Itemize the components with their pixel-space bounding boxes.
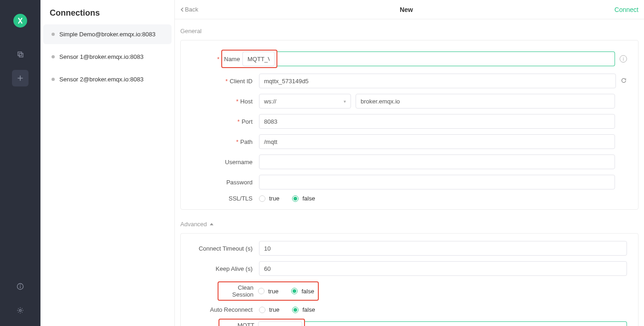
row-connect-timeout: Connect Timeout (s) [192, 241, 627, 256]
row-keep-alive: Keep Alive (s) [192, 261, 627, 276]
svg-point-3 [20, 285, 21, 286]
auto-reconnect-false-radio[interactable]: false [292, 306, 315, 313]
label-port: Port [242, 118, 253, 125]
port-input[interactable] [259, 114, 615, 129]
label-client-id: Client ID [230, 78, 253, 85]
label-keep-alive: Keep Alive (s) [216, 265, 253, 272]
svg-rect-0 [18, 52, 22, 56]
connect-timeout-input[interactable] [259, 241, 627, 256]
name-info-icon[interactable]: i [620, 55, 627, 63]
rail-info-button[interactable] [12, 278, 29, 295]
plus-icon [17, 74, 24, 82]
status-dot-icon [52, 55, 55, 58]
connection-item[interactable]: Sensor 2@broker.emqx.io:8083 [43, 69, 172, 89]
name-input[interactable] [242, 51, 275, 66]
label-path: Path [240, 138, 253, 145]
advanced-panel: Connect Timeout (s) Keep Alive (s) Clean… [180, 233, 638, 326]
name-input-ext[interactable] [277, 51, 615, 66]
host-scheme-value: ws:// [264, 98, 276, 105]
rail-new-button[interactable] [12, 70, 29, 86]
left-rail [0, 0, 40, 326]
refresh-client-id-button[interactable] [621, 77, 627, 85]
label-auto-reconnect: Auto Reconnect [210, 306, 253, 313]
sidebar-title: Connections [40, 0, 174, 24]
connection-label: Sensor 2@broker.emqx.io:8083 [59, 76, 144, 83]
main-panel: Back New Connect General * Name i [175, 0, 644, 326]
status-dot-icon [52, 33, 55, 36]
row-name: * Name i [192, 50, 627, 68]
rail-copy-button[interactable] [12, 46, 29, 63]
row-clean-session: Clean Session true false [192, 281, 627, 301]
refresh-icon [621, 77, 627, 84]
app-root: Connections Simple Demo@broker.emqx.io:8… [0, 0, 644, 326]
back-label: Back [185, 6, 198, 13]
clean-session-true-radio[interactable]: true [258, 288, 278, 295]
row-ssl: SSL/TLS true false [192, 195, 627, 202]
caret-up-icon [210, 223, 213, 225]
row-client-id: *Client ID [192, 74, 627, 88]
row-host: *Host ws:// ▾ [192, 94, 627, 109]
chevron-down-icon: ▾ [344, 99, 346, 104]
host-name-input[interactable] [356, 94, 615, 109]
form-area: General * Name i *Client ID [175, 19, 644, 326]
label-username: Username [225, 159, 253, 166]
keep-alive-input[interactable] [259, 261, 627, 276]
mqtt-version-select-ext[interactable]: ▾ [305, 321, 627, 326]
connection-label: Simple Demo@broker.emqx.io:8083 [59, 31, 155, 38]
label-name: Name [224, 56, 242, 63]
page-title: New [198, 6, 615, 13]
rail-settings-button[interactable] [12, 302, 29, 319]
svg-rect-1 [19, 53, 23, 57]
back-button[interactable]: Back [180, 6, 198, 13]
connections-sidebar: Connections Simple Demo@broker.emqx.io:8… [40, 0, 175, 326]
chevron-left-icon [180, 7, 184, 12]
section-general-title: General [180, 28, 638, 34]
label-password: Password [226, 179, 253, 186]
mqtt-version-select[interactable]: 3.1.1 [258, 321, 302, 326]
label-connect-timeout: Connect Timeout (s) [199, 245, 253, 252]
svg-point-4 [19, 309, 21, 311]
topbar: Back New Connect [175, 0, 644, 19]
connection-label: Sensor 1@broker.emqx.io:8083 [59, 53, 144, 60]
label-mqtt-version: MQTT Version [235, 322, 254, 326]
ssl-true-radio[interactable]: true [259, 195, 279, 202]
section-advanced-title[interactable]: Advanced [180, 221, 638, 228]
connection-item[interactable]: Simple Demo@broker.emqx.io:8083 [43, 24, 172, 44]
ssl-false-radio[interactable]: false [292, 195, 315, 202]
row-username: Username [192, 154, 627, 169]
info-icon [17, 283, 24, 290]
username-input[interactable] [259, 154, 615, 169]
host-scheme-select[interactable]: ws:// ▾ [259, 94, 351, 109]
label-host: Host [240, 98, 253, 105]
row-path: *Path [192, 134, 627, 149]
status-dot-icon [52, 78, 55, 81]
logo-mark-icon [16, 17, 24, 25]
gear-icon [17, 307, 24, 314]
label-clean-session: Clean Session [232, 284, 253, 298]
highlight-mqtt-version: MQTT Version 3.1.1 [218, 319, 305, 326]
highlight-name: Name [221, 50, 277, 68]
client-id-input[interactable] [259, 74, 616, 88]
copy-icon [17, 51, 24, 58]
app-logo [13, 14, 27, 28]
password-input[interactable] [259, 175, 615, 189]
row-mqtt-version: MQTT Version 3.1.1 ▾ [192, 319, 627, 326]
connection-item[interactable]: Sensor 1@broker.emqx.io:8083 [43, 47, 172, 67]
row-password: Password [192, 175, 627, 189]
label-ssl: SSL/TLS [229, 195, 253, 202]
row-auto-reconnect: Auto Reconnect true false [192, 306, 627, 313]
row-port: *Port [192, 114, 627, 129]
clean-session-false-radio[interactable]: false [291, 288, 314, 295]
general-panel: * Name i *Client ID *Host [180, 40, 638, 210]
connect-button[interactable]: Connect [615, 6, 638, 13]
auto-reconnect-true-radio[interactable]: true [259, 306, 279, 313]
path-input[interactable] [259, 134, 615, 149]
highlight-clean-session: Clean Session true false [218, 281, 319, 301]
